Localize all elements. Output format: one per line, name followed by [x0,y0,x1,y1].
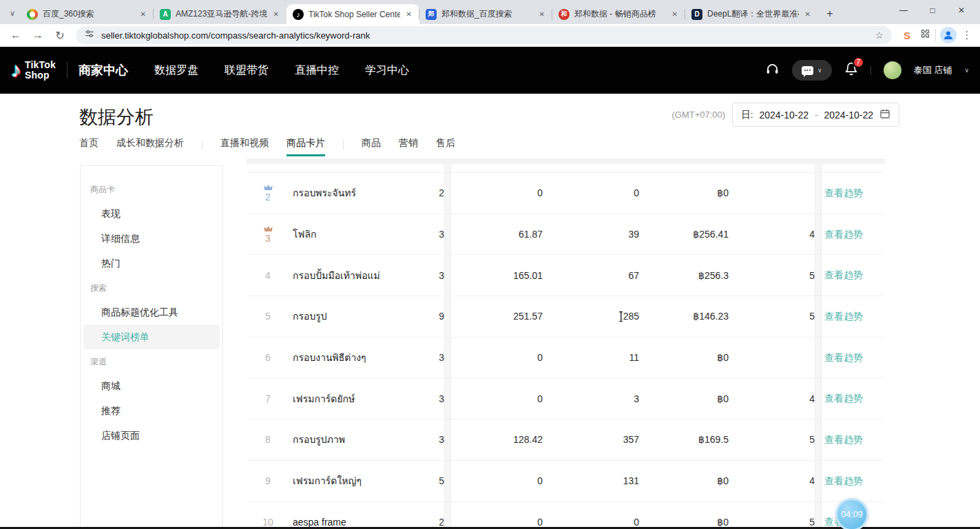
bookmark-star-icon[interactable]: ☆ [875,30,884,41]
tab-title: DeepL翻译：全世界最准确 [707,8,799,20]
tab-close-icon[interactable]: ✕ [804,9,812,19]
extension-s-icon[interactable]: S [899,30,915,41]
sidebar-item[interactable]: 推荐 [81,398,222,423]
page-tab[interactable]: 商品卡片 [286,137,325,156]
tab-close-icon[interactable]: ✕ [272,9,280,19]
view-trend-link[interactable]: 查看趋势 [824,352,863,363]
tab-search-chevron-icon[interactable]: ∨ [4,3,21,23]
page-tab[interactable]: 直播和视频 [220,137,269,156]
notifications-button[interactable]: 7 [844,62,858,79]
column-seam [815,296,822,337]
browser-tab[interactable]: 郑郑和数据_百度搜索✕ [419,4,552,24]
page-tab[interactable]: 售后 [436,137,455,156]
value-cell: 0 [543,187,639,198]
header-nav-item[interactable]: 联盟带货 [225,63,269,78]
header-nav-item[interactable]: 数据罗盘 [154,63,198,78]
forward-button[interactable]: → [29,26,47,44]
recording-timer-bubble[interactable]: 04:09 [835,498,868,529]
timezone-label: (GMT+07:00) [671,110,725,120]
table-row: 3โฟลิก361.8739฿256.414查看趋势 [248,214,884,256]
value-cell: 0 [451,187,543,198]
rank-number: 3 [265,233,271,244]
clipped-value: 3 [439,393,444,404]
reload-button[interactable]: ↻ [51,26,69,44]
view-trend-link[interactable]: 查看趋势 [824,475,863,486]
keyword-cell: กรอบพระจันทร์ [288,185,439,200]
date-start[interactable]: 2024-10-22 [759,110,809,121]
tab-title: AMZ123亚马逊导航-跨境 [176,8,267,20]
value-cell: 357 [543,434,639,445]
view-trend-link[interactable]: 查看趋势 [824,393,863,404]
browser-tab[interactable]: 百度_360搜索✕ [21,4,154,24]
sidebar-item[interactable]: 商城 [81,373,222,398]
chevron-down-icon[interactable]: ∨ [964,67,969,74]
browser-tab-strip: ∨ 百度_360搜索✕AAMZ123亚马逊导航-跨境✕♪TikTok Shop … [0,0,980,24]
header-nav-item[interactable]: 直播中控 [295,63,339,78]
table-row: 8กรอบรูปภาพ3128.42357฿169.55查看趋势 [248,419,884,461]
value-cell: 0 [451,393,543,404]
header-nav-item[interactable]: 商家中心 [79,62,128,79]
360-search-favicon [27,9,38,20]
back-button[interactable]: ← [7,26,25,44]
notification-badge: 7 [853,56,864,68]
new-tab-button[interactable]: + [821,5,839,23]
page-tab[interactable]: 首页 [79,137,98,156]
shop-avatar[interactable] [884,61,901,79]
url-text[interactable]: seller.tiktokglobalshop.com/compass/sear… [101,30,868,41]
page-tab[interactable]: 营销 [399,137,418,156]
tab-close-icon[interactable]: ✕ [671,9,679,19]
sidebar-item[interactable]: 商品标题优化工具 [81,300,222,324]
shop-name[interactable]: 泰国 店铺 [914,64,952,76]
header-nav-item[interactable]: 学习中心 [365,63,409,78]
messages-button[interactable]: ∨ [792,60,832,81]
table-row: 10aespa frame200฿05查看趋势 [248,502,884,529]
tab-close-icon[interactable]: ✕ [405,9,413,19]
sidebar-item[interactable]: 详细信息 [81,226,222,251]
calendar-icon[interactable] [879,108,890,122]
view-trend-link[interactable]: 查看趋势 [824,269,863,280]
rank-number: 5 [265,311,271,322]
page-tab[interactable]: 成长和数据分析 [116,137,184,156]
sidebar-item[interactable]: 店铺页面 [81,423,222,448]
view-trend-link[interactable]: 查看趋势 [824,187,863,198]
sidebar-item[interactable]: 热门 [81,251,222,276]
browser-tab[interactable]: ♪TikTok Shop Seller Cente✕ [286,4,419,24]
clipped-value: 4 [729,393,815,404]
value-cell: 131 [543,475,639,486]
extensions-puzzle-icon[interactable] [919,28,931,43]
keyword-cell: กรอบรูปภาพ [288,432,439,447]
close-button[interactable]: ✕ [947,0,976,21]
action-cell: 查看趋势 [822,351,884,364]
value-cell: ฿146.23 [639,311,729,322]
value-cell: 0 [451,475,543,486]
browser-tab[interactable]: 和郑和数据 - 畅销商品榜✕ [552,4,685,24]
address-bar[interactable]: seller.tiktokglobalshop.com/compass/sear… [76,26,892,44]
column-seam [444,378,451,419]
tab-separator [202,141,202,149]
sidebar-item[interactable]: 关键词榜单 [83,324,220,349]
table-row: 2กรอบพระจันทร์200฿0查看趋势 [248,173,884,214]
value-cell: ฿169.5 [639,434,729,445]
column-seam [815,338,822,378]
tab-close-icon[interactable]: ✕ [139,9,147,19]
page-tab[interactable]: 商品 [362,137,381,156]
clipped-value: 3 [439,352,444,363]
column-seam [444,419,451,460]
minimize-button[interactable]: — [889,0,918,21]
date-range-picker[interactable]: 日: 2024-10-22 - 2024-10-22 [732,103,899,127]
browser-profile-avatar[interactable] [940,27,957,43]
date-end[interactable]: 2024-10-22 [824,110,873,121]
sidebar-item[interactable]: 表现 [81,201,222,226]
tab-close-icon[interactable]: ✕ [538,9,546,19]
tiktok-shop-logo[interactable]: TikTok Shop [25,60,56,81]
browser-tab[interactable]: AAMZ123亚马逊导航-跨境✕ [154,4,286,24]
browser-menu-icon[interactable]: ⋮ [961,29,973,41]
view-trend-link[interactable]: 查看趋势 [824,311,863,322]
maximize-button[interactable]: □ [918,0,947,21]
browser-tab[interactable]: DDeepL翻译：全世界最准确✕ [685,4,818,24]
support-headset-icon[interactable] [765,62,780,79]
site-settings-icon[interactable] [84,28,95,42]
view-trend-link[interactable]: 查看趋势 [824,434,863,445]
value-cell: ฿0 [639,352,729,363]
view-trend-link[interactable]: 查看趋势 [824,229,863,240]
